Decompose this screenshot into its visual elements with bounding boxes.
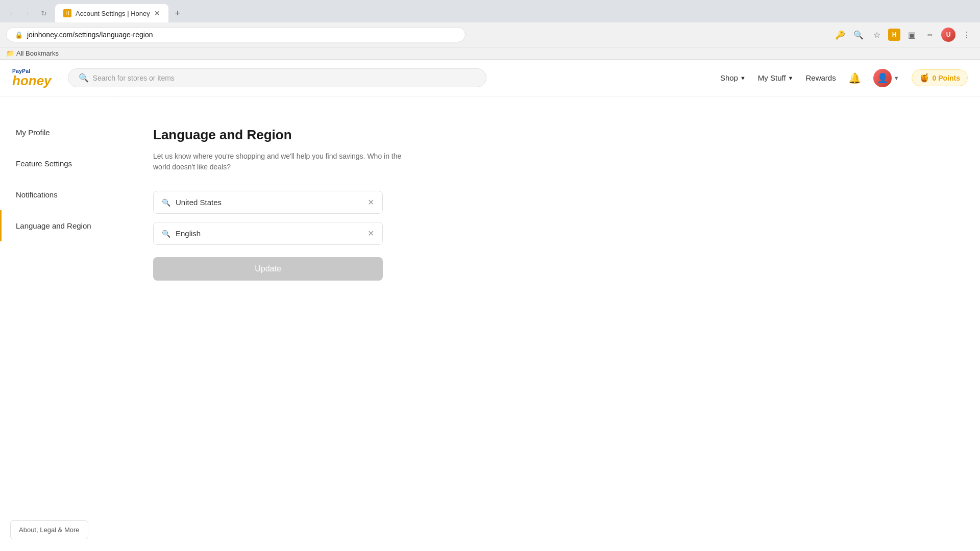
address-bar-row: 🔒 joinhoney.com/settings/language-region… [0,22,980,47]
language-clear-icon[interactable]: ✕ [368,229,374,238]
browser-chrome: ‹ › ↻ H Account Settings | Honey ✕ + 🔒 j… [0,0,980,60]
sidebar: My Profile Feature Settings Notification… [0,96,112,549]
active-tab[interactable]: H Account Settings | Honey ✕ [55,4,168,22]
honey-logo-text: honey [12,74,52,87]
country-search-icon: 🔍 [162,198,170,207]
language-value: English [176,229,362,238]
search-placeholder: Search for stores or items [93,74,175,82]
shop-chevron-icon: ▼ [740,75,746,81]
sidebar-item-feature-settings[interactable]: Feature Settings [0,148,112,179]
my-stuff-chevron-icon: ▼ [788,75,794,81]
language-field[interactable]: 🔍 English ✕ [153,222,383,245]
header-nav: Shop ▼ My Stuff ▼ Rewards 🔔 👤 ▼ 🍯 0 Poin… [720,69,968,87]
cast-icon[interactable]: ⎓ [923,28,937,42]
rewards-nav-item[interactable]: Rewards [805,73,836,82]
page-title: Language and Region [153,127,939,143]
about-legal-button[interactable]: About, Legal & More [10,520,88,539]
new-tab-button[interactable]: + [170,6,185,20]
menu-icon[interactable]: ⋮ [960,28,974,42]
honey-jar-icon: 🍯 [919,73,929,83]
extension-honey-icon[interactable]: H [888,29,900,41]
app-header: PayPal honey 🔍 Search for stores or item… [0,60,980,96]
language-field-container: 🔍 English ✕ [153,222,383,245]
zoom-icon[interactable]: 🔍 [851,28,866,42]
content-layout: My Profile Feature Settings Notification… [0,96,980,549]
page-description: Let us know where you're shopping and we… [153,151,408,172]
country-field-container: 🔍 United States ✕ [153,191,383,214]
tab-bar: ‹ › ↻ H Account Settings | Honey ✕ + [0,0,980,22]
points-value: 0 Points [933,74,960,82]
forward-button[interactable]: › [20,6,35,20]
extensions-icon[interactable]: ▣ [904,28,919,42]
search-icon: 🔍 [79,73,89,83]
lock-icon: 🔒 [15,31,23,39]
sidebar-item-my-profile[interactable]: My Profile [0,117,112,148]
main-content: Language and Region Let us know where yo… [112,96,980,549]
my-stuff-nav-item[interactable]: My Stuff ▼ [758,73,794,82]
user-chevron-icon: ▼ [894,75,899,81]
bookmark-star-icon[interactable]: ☆ [870,28,884,42]
tab-close-button[interactable]: ✕ [154,9,160,17]
url-text: joinhoney.com/settings/language-region [27,31,457,39]
back-button[interactable]: ‹ [4,6,18,20]
sidebar-item-notifications[interactable]: Notifications [0,179,112,210]
honey-logo[interactable]: PayPal honey [12,69,52,87]
tab-title: Account Settings | Honey [76,10,150,17]
key-icon[interactable]: 🔑 [833,28,847,42]
country-value: United States [176,198,362,207]
nav-buttons: ‹ › ↻ [4,6,51,20]
toolbar-icons: 🔑 🔍 ☆ H ▣ ⎓ U ⋮ [833,28,974,42]
shop-nav-item[interactable]: Shop ▼ [720,73,746,82]
address-bar[interactable]: 🔒 joinhoney.com/settings/language-region [6,27,465,42]
update-button[interactable]: Update [153,257,383,281]
user-avatar: 👤 [873,69,892,87]
bookmarks-folder-icon: 📁 [6,49,14,57]
tab-favicon: H [63,9,71,17]
country-clear-icon[interactable]: ✕ [368,197,374,207]
sidebar-bottom: About, Legal & More [0,510,112,549]
profile-avatar[interactable]: U [941,28,955,42]
reload-button[interactable]: ↻ [37,6,51,20]
notifications-bell-icon[interactable]: 🔔 [848,72,861,84]
bookmarks-bar: 📁 All Bookmarks [0,47,980,59]
sidebar-item-language-region[interactable]: Language and Region [0,210,112,241]
language-search-icon: 🔍 [162,230,170,238]
user-menu[interactable]: 👤 ▼ [873,69,899,87]
points-badge[interactable]: 🍯 0 Points [912,69,968,86]
bookmarks-label[interactable]: All Bookmarks [16,49,59,57]
search-bar[interactable]: 🔍 Search for stores or items [68,68,486,87]
country-field[interactable]: 🔍 United States ✕ [153,191,383,214]
